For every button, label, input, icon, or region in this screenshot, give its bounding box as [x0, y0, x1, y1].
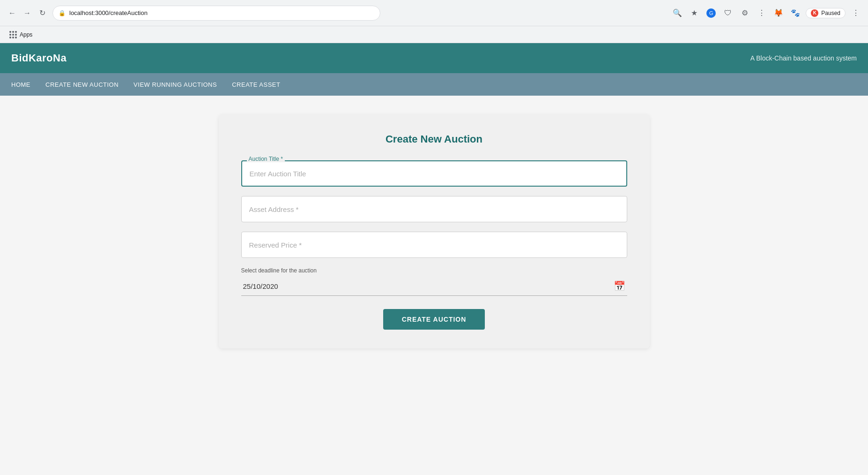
shield-button[interactable]: 🛡	[721, 7, 734, 20]
grid-button[interactable]: ⋮	[755, 7, 768, 20]
asset-address-group	[241, 196, 627, 222]
url-text: localhost:3000/createAuction	[69, 9, 148, 16]
browser-actions: 🔍 ★ G 🛡 ⚙ ⋮ 🦊 🐾 K Paused ⋮	[671, 7, 862, 20]
nav-create-asset[interactable]: CREATE ASSET	[232, 79, 280, 90]
address-bar[interactable]: 🔒 localhost:3000/createAuction	[52, 6, 380, 21]
lock-icon: 🔒	[59, 10, 66, 16]
main-content: Create New Auction Auction Title * Selec…	[0, 96, 868, 475]
browser-chrome: ← → ↻ 🔒 localhost:3000/createAuction 🔍 ★…	[0, 0, 868, 26]
reserved-price-group	[241, 232, 627, 258]
date-label: Select deadline for the auction	[241, 267, 627, 274]
browser-nav-buttons: ← → ↻	[6, 7, 49, 20]
fox-button[interactable]: 🦊	[772, 7, 785, 20]
apps-grid-icon	[9, 31, 17, 38]
nav-home[interactable]: HOME	[11, 79, 30, 90]
paused-badge[interactable]: K Paused	[806, 8, 846, 18]
reload-button[interactable]: ↻	[36, 7, 49, 20]
app-header: BidKaroNa A Block-Chain based auction sy…	[0, 43, 868, 73]
paused-label: Paused	[821, 10, 840, 16]
nav-bar: HOME CREATE NEW AUCTION VIEW RUNNING AUC…	[0, 73, 868, 96]
profile-button[interactable]: G	[705, 7, 718, 20]
bookmarks-bar: Apps	[0, 26, 868, 43]
calendar-icon[interactable]: 📅	[614, 280, 625, 292]
paw-button[interactable]: 🐾	[789, 7, 802, 20]
create-auction-button[interactable]: CREATE AUCTION	[383, 309, 485, 330]
nav-create-auction[interactable]: CREATE NEW AUCTION	[45, 79, 119, 90]
menu-button[interactable]: ⋮	[849, 7, 862, 20]
apps-label: Apps	[20, 31, 32, 38]
asset-address-input[interactable]	[241, 196, 627, 222]
date-input-wrapper[interactable]: 25/10/2020 📅	[241, 277, 627, 296]
reserved-price-input[interactable]	[241, 232, 627, 258]
auction-title-group: Auction Title *	[241, 160, 627, 187]
auction-title-label: Auction Title *	[247, 156, 285, 162]
app-subtitle: A Block-Chain based auction system	[750, 54, 857, 62]
paused-circle-icon: K	[811, 9, 818, 17]
date-value: 25/10/2020	[243, 282, 610, 290]
paused-key: K	[813, 10, 816, 15]
form-card: Create New Auction Auction Title * Selec…	[219, 114, 650, 348]
nav-view-auctions[interactable]: VIEW RUNNING AUCTIONS	[134, 79, 217, 90]
extension-button[interactable]: ⚙	[738, 7, 751, 20]
app-title: BidKaroNa	[11, 52, 67, 64]
form-title: Create New Auction	[241, 133, 627, 145]
back-button[interactable]: ←	[6, 7, 19, 20]
bookmark-star-button[interactable]: ★	[688, 7, 701, 20]
forward-button[interactable]: →	[21, 7, 34, 20]
date-section: Select deadline for the auction 25/10/20…	[241, 267, 627, 296]
search-button[interactable]: 🔍	[671, 7, 684, 20]
apps-bookmark[interactable]: Apps	[6, 29, 36, 40]
auction-title-input[interactable]	[241, 160, 627, 187]
